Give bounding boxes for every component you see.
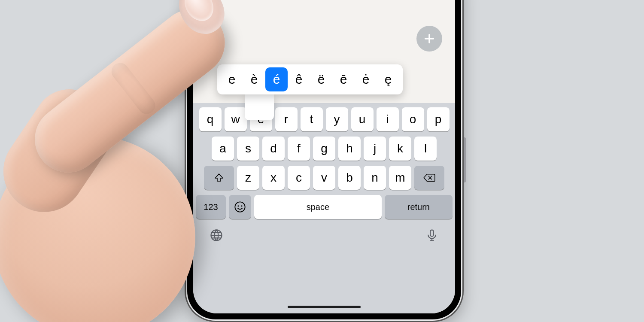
- key-z[interactable]: z: [237, 166, 259, 190]
- phone-frame: e è é ê ë ē ė ę q w e r t y u i o p: [185, 0, 464, 322]
- dictation-button[interactable]: [422, 226, 441, 245]
- emoji-icon: [234, 201, 246, 213]
- key-q[interactable]: q: [199, 107, 222, 131]
- key-f[interactable]: f: [288, 137, 310, 161]
- svg-point-1: [237, 205, 239, 207]
- key-p[interactable]: p: [427, 107, 450, 131]
- accent-option-7[interactable]: ę: [377, 67, 399, 91]
- key-h[interactable]: h: [338, 137, 361, 161]
- key-l[interactable]: l: [414, 137, 437, 161]
- accent-option-1[interactable]: è: [243, 67, 265, 91]
- key-g[interactable]: g: [313, 137, 335, 161]
- numbers-key[interactable]: 123: [196, 195, 226, 219]
- mic-icon: [425, 229, 438, 242]
- key-w[interactable]: w: [225, 107, 247, 131]
- plus-icon: [423, 33, 435, 45]
- svg-point-2: [241, 205, 243, 207]
- emoji-key[interactable]: [229, 195, 251, 219]
- shift-key[interactable]: [204, 166, 234, 190]
- globe-button[interactable]: [207, 226, 226, 245]
- accent-option-3[interactable]: ê: [288, 67, 310, 91]
- key-i[interactable]: i: [377, 107, 399, 131]
- accent-option-5[interactable]: ē: [332, 67, 355, 91]
- space-key[interactable]: space: [254, 195, 382, 219]
- key-r[interactable]: r: [275, 107, 298, 131]
- key-j[interactable]: j: [364, 137, 386, 161]
- accent-option-4[interactable]: ë: [310, 67, 332, 91]
- accent-popover-stem: [245, 94, 274, 120]
- svg-point-0: [235, 202, 245, 212]
- add-button[interactable]: [416, 26, 442, 52]
- keyboard-row-3: z x c v b n m: [196, 166, 453, 190]
- keyboard-row-4: 123 space return: [196, 195, 453, 219]
- key-t[interactable]: t: [301, 107, 323, 131]
- key-a[interactable]: a: [212, 137, 234, 161]
- app-content-area: [193, 0, 455, 73]
- home-indicator[interactable]: [288, 306, 361, 308]
- phone-screen: e è é ê ë ē ė ę q w e r t y u i o p: [193, 0, 455, 313]
- delete-icon: [423, 173, 436, 182]
- return-key[interactable]: return: [385, 195, 453, 219]
- key-d[interactable]: d: [262, 137, 285, 161]
- key-c[interactable]: c: [288, 166, 310, 190]
- key-s[interactable]: s: [237, 137, 259, 161]
- key-b[interactable]: b: [338, 166, 361, 190]
- key-n[interactable]: n: [364, 166, 386, 190]
- accent-option-2-selected[interactable]: é: [265, 67, 288, 91]
- keyboard-row-2: a s d f g h j k l: [196, 137, 453, 161]
- accent-option-0[interactable]: e: [221, 67, 243, 91]
- accent-option-6[interactable]: ė: [355, 67, 377, 91]
- delete-key[interactable]: [414, 166, 444, 190]
- keyboard-row-1: q w e r t y u i o p: [196, 107, 453, 131]
- key-o[interactable]: o: [402, 107, 424, 131]
- shift-icon: [214, 173, 224, 183]
- key-m[interactable]: m: [389, 166, 411, 190]
- accent-character-popover[interactable]: e è é ê ë ē ė ę: [217, 64, 403, 94]
- onscreen-keyboard: q w e r t y u i o p a s d f g h j k l: [193, 103, 455, 313]
- key-x[interactable]: x: [262, 166, 285, 190]
- key-v[interactable]: v: [313, 166, 335, 190]
- key-u[interactable]: u: [351, 107, 374, 131]
- svg-rect-4: [430, 230, 434, 237]
- key-y[interactable]: y: [326, 107, 348, 131]
- key-k[interactable]: k: [389, 137, 411, 161]
- keyboard-utility-row: [196, 224, 453, 252]
- globe-icon: [210, 229, 223, 242]
